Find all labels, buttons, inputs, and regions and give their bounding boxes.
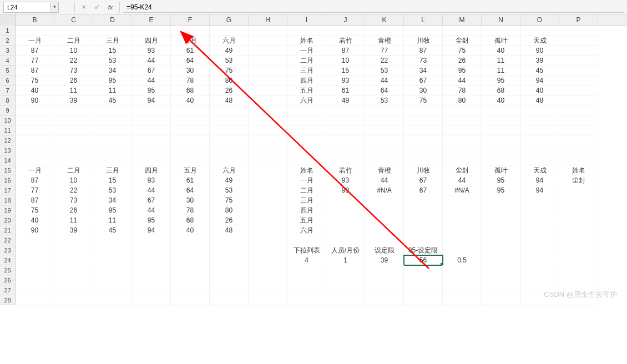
cell[interactable]: 94 bbox=[132, 95, 171, 105]
cell[interactable]: 93 bbox=[132, 46, 171, 55]
row-header[interactable]: 11 bbox=[0, 125, 16, 135]
row-header[interactable]: 28 bbox=[0, 295, 16, 305]
cell[interactable] bbox=[249, 85, 287, 95]
cell[interactable]: 26 bbox=[210, 85, 249, 95]
cell[interactable]: 73 bbox=[404, 55, 443, 65]
cell[interactable] bbox=[482, 245, 520, 255]
row-header[interactable]: 9 bbox=[0, 105, 16, 115]
cell[interactable]: 四月 bbox=[287, 205, 326, 215]
cell[interactable] bbox=[132, 265, 171, 275]
cell[interactable]: 44 bbox=[443, 175, 482, 185]
cell[interactable]: 68 bbox=[171, 215, 210, 225]
cell[interactable]: 93 bbox=[326, 185, 365, 195]
cell[interactable]: 64 bbox=[171, 55, 210, 65]
cell[interactable] bbox=[171, 115, 210, 125]
cell[interactable] bbox=[520, 26, 559, 36]
cell[interactable] bbox=[249, 115, 287, 125]
cell[interactable] bbox=[16, 275, 54, 285]
cell[interactable]: 95 bbox=[93, 205, 132, 215]
cell[interactable]: 87 bbox=[404, 46, 443, 55]
cell[interactable]: 53 bbox=[210, 185, 249, 195]
cell[interactable] bbox=[326, 145, 365, 155]
cell[interactable] bbox=[93, 295, 132, 305]
cell[interactable] bbox=[16, 155, 54, 165]
cell[interactable]: 六月 bbox=[210, 36, 249, 46]
cell[interactable] bbox=[287, 26, 326, 36]
cell[interactable] bbox=[249, 235, 287, 245]
cell[interactable]: 10 bbox=[54, 175, 93, 185]
cell[interactable] bbox=[171, 145, 210, 155]
formula-input[interactable]: =95-K24 bbox=[123, 2, 624, 13]
cell[interactable] bbox=[559, 265, 598, 275]
cell[interactable]: 39 bbox=[54, 95, 93, 105]
cell[interactable] bbox=[404, 275, 443, 285]
cell[interactable]: 87 bbox=[326, 46, 365, 55]
cell[interactable] bbox=[249, 46, 287, 55]
row-header[interactable]: 18 bbox=[0, 195, 16, 205]
cell[interactable] bbox=[559, 145, 598, 155]
cell[interactable] bbox=[287, 275, 326, 285]
cell[interactable] bbox=[482, 295, 520, 305]
row-header[interactable]: 3 bbox=[0, 46, 16, 55]
cell[interactable] bbox=[54, 245, 93, 255]
cell[interactable]: 75 bbox=[16, 205, 54, 215]
cell[interactable] bbox=[559, 155, 598, 165]
cell[interactable]: 73 bbox=[54, 195, 93, 205]
row-header[interactable]: 1 bbox=[0, 26, 16, 36]
column-header[interactable]: C bbox=[54, 14, 93, 25]
cell[interactable] bbox=[326, 155, 365, 165]
cell[interactable]: 26 bbox=[443, 55, 482, 65]
cell[interactable] bbox=[54, 105, 93, 115]
cell[interactable] bbox=[16, 105, 54, 115]
cell[interactable] bbox=[404, 195, 443, 205]
row-header[interactable]: 2 bbox=[0, 36, 16, 46]
cell[interactable]: 94 bbox=[520, 185, 559, 195]
column-header[interactable]: B bbox=[16, 14, 54, 25]
cell[interactable]: 90 bbox=[16, 95, 54, 105]
cell[interactable]: 40 bbox=[171, 225, 210, 235]
cell[interactable]: 11 bbox=[93, 215, 132, 225]
cell[interactable]: 90 bbox=[520, 46, 559, 55]
row-header[interactable]: 13 bbox=[0, 145, 16, 155]
cell[interactable] bbox=[443, 105, 482, 115]
cell[interactable] bbox=[404, 26, 443, 36]
cell[interactable] bbox=[365, 215, 404, 225]
cell[interactable] bbox=[287, 285, 326, 295]
cell[interactable]: 1 bbox=[326, 255, 365, 265]
cell[interactable] bbox=[210, 145, 249, 155]
cell[interactable] bbox=[559, 205, 598, 215]
cell[interactable] bbox=[559, 195, 598, 205]
cell[interactable] bbox=[210, 275, 249, 285]
cell[interactable]: 34 bbox=[93, 195, 132, 205]
cell[interactable] bbox=[249, 255, 287, 265]
cell[interactable]: 40 bbox=[520, 85, 559, 95]
cell[interactable]: 天成 bbox=[520, 36, 559, 46]
cell[interactable]: 45 bbox=[520, 65, 559, 75]
cell[interactable] bbox=[443, 205, 482, 215]
cell[interactable] bbox=[326, 295, 365, 305]
cell[interactable]: 一月 bbox=[16, 36, 54, 46]
cell[interactable] bbox=[559, 125, 598, 135]
cell[interactable]: 95 bbox=[443, 65, 482, 75]
cell[interactable] bbox=[326, 285, 365, 295]
cell[interactable]: 64 bbox=[365, 85, 404, 95]
cell[interactable] bbox=[520, 225, 559, 235]
cell[interactable]: 二月 bbox=[54, 36, 93, 46]
cell[interactable] bbox=[559, 275, 598, 285]
cell[interactable] bbox=[404, 135, 443, 145]
cell[interactable] bbox=[249, 265, 287, 275]
cell[interactable]: 11 bbox=[93, 85, 132, 95]
cell[interactable] bbox=[443, 215, 482, 225]
column-header[interactable]: P bbox=[559, 14, 598, 25]
cell[interactable]: 30 bbox=[171, 65, 210, 75]
cell[interactable] bbox=[326, 105, 365, 115]
cell[interactable]: 30 bbox=[171, 195, 210, 205]
cell[interactable] bbox=[365, 195, 404, 205]
cell[interactable] bbox=[16, 125, 54, 135]
cell[interactable] bbox=[287, 265, 326, 275]
cell[interactable]: 若竹 bbox=[326, 165, 365, 175]
cell[interactable] bbox=[249, 245, 287, 255]
cell[interactable] bbox=[559, 55, 598, 65]
cell[interactable]: #N/A bbox=[443, 185, 482, 195]
cell[interactable]: 二月 bbox=[54, 165, 93, 175]
